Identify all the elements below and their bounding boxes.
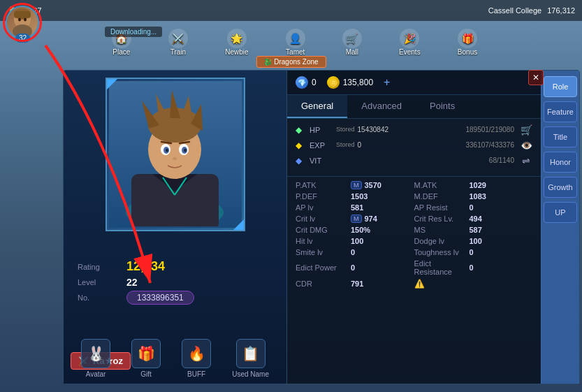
attr-critlv-badge: M (351, 215, 362, 223)
buff-button[interactable]: 🔥 BUFF (182, 339, 211, 378)
nav-label-tamet: Tamet (286, 48, 305, 56)
attr-smitelv-value: 0 (351, 248, 355, 256)
vit-transfer-icon[interactable]: ⇌ (520, 155, 532, 166)
attr-pdef-value: 1503 (351, 192, 368, 201)
exp-max-value: 336107/433376 (465, 141, 514, 149)
nav-item-newbie[interactable]: 🌟 Newbie (225, 29, 248, 56)
attr-row-3: Crit lv M 974 Crit Res Lv. 494 (296, 215, 532, 223)
nav-item-bonus[interactable]: 🎁 Bonus (458, 29, 477, 56)
bottom-icons: 🐰 Avatar 🎁 Gift 🔥 BUFF 📋 Used Name (64, 339, 286, 378)
gift-label: Gift (140, 370, 152, 378)
coin-icon: 🪙 (327, 76, 340, 89)
sidebar-up-button[interactable]: UP (544, 202, 577, 223)
avatar-label: Avatar (86, 370, 106, 378)
sidebar-role-button[interactable]: Role (544, 76, 577, 97)
attr-critdmg-value: 150% (351, 226, 370, 234)
attr-row-1: P.DEF 1503 M.DEF 1083 (296, 192, 532, 201)
gift-icon-box: 🎁 (131, 339, 161, 368)
avatar-button[interactable]: 🐰 Avatar (81, 339, 110, 378)
attr-edictresist-value: 0 (470, 263, 474, 272)
attr-edictpower: Edict Power 0 (296, 263, 414, 272)
buff-label: BUFF (187, 370, 205, 378)
sidebar-growth-button[interactable]: Growth (544, 177, 577, 198)
server-name: Cassell College (488, 6, 541, 15)
attr-row-8: CDR 791 ⚠️ (296, 279, 532, 289)
attr-toughnesslv: Toughness lv 0 (414, 248, 533, 256)
vit-label: VIT (310, 157, 330, 165)
nav-icon-events: 🎉 (400, 29, 419, 48)
attr-edictresist: Edict Resistance 0 (414, 259, 533, 276)
attr-ms-label: MS (414, 226, 467, 234)
nav-label-place: Place (112, 48, 130, 56)
nav-icon-newbie: 🌟 (227, 29, 247, 48)
attr-mdef-label: M.DEF (414, 192, 467, 201)
currency-bar: 💎 0 🪙 135,800 + (287, 71, 541, 95)
sidebar-feature-button[interactable]: Feature (544, 101, 577, 122)
attr-smitelv: Smite lv 0 (296, 248, 414, 256)
attr-row-4: Crit DMG 150% MS 587 (296, 226, 532, 234)
attr-toughnesslv-value: 0 (470, 248, 474, 256)
tab-advanced[interactable]: Advanced (347, 95, 416, 118)
close-button[interactable]: ✕ (528, 70, 544, 85)
gem-amount: 0 (312, 78, 317, 87)
attr-dodgelv: Dodge lv 100 (414, 237, 533, 245)
attr-aplv-value: 581 (351, 203, 363, 212)
top-bar-right: Cassell College 176,312 (488, 6, 575, 15)
add-currency-button[interactable]: + (384, 76, 390, 89)
attr-row-0: P.ATK M 3570 M.ATK 1029 (296, 181, 532, 189)
top-bar: 🔋 13:27 Cassell College 176,312 (0, 0, 582, 21)
nav-label-mall: Mall (346, 48, 358, 56)
vit-max-value: 68/1140 (489, 157, 514, 164)
attr-aplv: AP lv 581 (296, 203, 414, 212)
stat-bars-section: ◆ HP Stored 15430842 189501/219080 🛒 ◆ (287, 119, 541, 177)
attr-warn: ⚠️ (414, 279, 533, 289)
coin-amount: 135,800 (343, 78, 373, 87)
sidebar-honor-button[interactable]: Honor (544, 152, 577, 173)
right-sidebar: Role Feature Title Honor Growth UP (541, 71, 579, 384)
downloading-bar: Downloading... (105, 27, 162, 37)
hp-cart-icon[interactable]: 🛒 (520, 124, 532, 136)
svg-point-5 (24, 18, 27, 22)
attr-critdmg-label: Crit DMG (296, 226, 348, 234)
hp-stored-label: Stored (336, 126, 355, 133)
gem-icon: 💎 (296, 76, 308, 89)
dragon-zone-banner: 🐉 Dragons Zone (256, 56, 326, 68)
hp-label: HP (310, 126, 330, 134)
nav-label-train: Train (170, 48, 186, 56)
nav-item-train[interactable]: ⚔️ Train (168, 29, 188, 56)
attr-hitlv-value: 100 (351, 237, 363, 245)
character-portrait (106, 78, 245, 231)
exp-row: ◆ EXP Stored 0 336107/433376 👁️ (296, 140, 532, 151)
sidebar-title-button[interactable]: Title (544, 126, 577, 147)
character-stats: Rating 12,234 Level 22 No. 1333896351 (71, 259, 279, 305)
tab-points[interactable]: Points (416, 95, 469, 118)
main-panel: ⚔️ Ka★oz Rating 12,234 Level 22 No. 1333… (63, 70, 580, 384)
warning-icon: ⚠️ (414, 279, 425, 289)
attr-matk: M.ATK 1029 (414, 181, 533, 189)
nav-item-mall[interactable]: 🛒 Mall (342, 29, 362, 56)
stat-tabs: General Advanced Points (287, 95, 541, 119)
rating-value: 12,234 (126, 259, 165, 274)
svg-rect-3 (14, 11, 31, 18)
exp-stored-label: Stored (336, 141, 355, 148)
attr-edictpower-label: Edict Power (296, 263, 348, 272)
tab-general[interactable]: General (287, 95, 347, 118)
used-name-icon-box: 📋 (236, 339, 265, 368)
attr-pdef-label: P.DEF (296, 192, 348, 201)
attr-matk-value: 1029 (470, 181, 486, 189)
attr-critdmg: Crit DMG 150% (296, 226, 414, 234)
attr-matk-label: M.ATK (414, 181, 467, 189)
svg-point-22 (184, 148, 187, 152)
attributes-grid: P.ATK M 3570 M.ATK 1029 P.DEF 1503 M.DEF… (287, 177, 541, 384)
attr-critlv-value: 974 (365, 215, 377, 223)
exp-icon: ◆ (296, 140, 304, 150)
attr-smitelv-label: Smite lv (296, 248, 348, 256)
nav-item-tamet[interactable]: 👤 Tamet (286, 29, 305, 56)
attr-row-7: Edict Power 0 Edict Resistance 0 (296, 259, 532, 276)
gift-button[interactable]: 🎁 Gift (131, 339, 161, 378)
exp-eye-icon[interactable]: 👁️ (520, 140, 532, 151)
attr-dodgelv-label: Dodge lv (414, 237, 467, 245)
nav-item-events[interactable]: 🎉 Events (399, 29, 421, 56)
used-name-button[interactable]: 📋 Used Name (232, 339, 269, 378)
currency-display: 176,312 (547, 6, 575, 15)
